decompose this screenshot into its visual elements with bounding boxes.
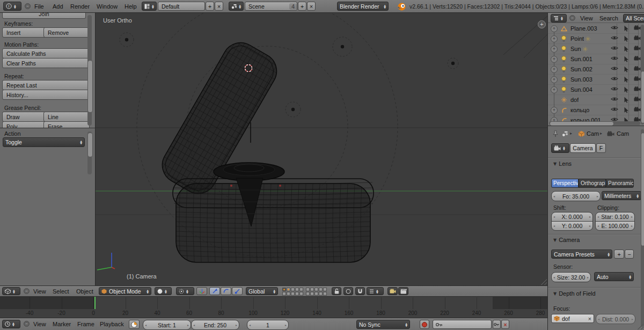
clip-start-field[interactable]: ◂Star: 0.100▸ <box>595 212 635 222</box>
selectability-cursor-icon[interactable] <box>622 107 631 113</box>
outliner-item-Sun.002[interactable]: +Sun.002 <box>548 64 640 75</box>
selectability-cursor-icon[interactable] <box>622 56 631 62</box>
menu-add[interactable]: Add <box>53 2 63 11</box>
collapse-menus-icon[interactable]: − <box>25 3 31 9</box>
render-engine-dropdown[interactable]: Blender Render▲▼ <box>337 2 389 11</box>
breadcrumb-object-cube-icon[interactable] <box>578 130 585 137</box>
editor-type-3dview-dropdown[interactable]: ▲▼ <box>2 287 20 295</box>
layer-cell[interactable] <box>314 292 318 296</box>
layer-cell[interactable] <box>295 292 299 296</box>
lock-to-scene-button[interactable] <box>332 287 341 295</box>
visibility-eye-icon[interactable] <box>610 25 619 30</box>
use-preview-range-button[interactable] <box>129 320 140 329</box>
lens-unit-dropdown[interactable]: Millimeters▲▼ <box>602 191 641 200</box>
camera-datablock-browse-dropdown[interactable]: ▲▼ <box>551 143 569 153</box>
delete-keyframe-button[interactable]: × <box>501 320 509 329</box>
camera-presets-dropdown[interactable]: Camera Presets▲▼ <box>551 250 612 259</box>
fake-user-button[interactable]: F <box>596 143 606 153</box>
menu-help[interactable]: Help <box>125 2 137 11</box>
selectability-cursor-icon[interactable] <box>622 86 631 93</box>
dof-panel-header[interactable]: ▼ Depth of Field <box>553 290 596 297</box>
viewport-shading-dropdown[interactable]: ▲▼ <box>155 287 172 295</box>
properties-vscrollbar[interactable] <box>641 129 644 327</box>
tl-menu-marker[interactable]: Marker <box>53 320 71 328</box>
shift-x-field[interactable]: ◂X: 0.000▸ <box>551 212 593 222</box>
focal-length-field[interactable]: ◂Fo: 35.000▸ <box>551 191 601 201</box>
lens-panel-header[interactable]: ▼ Lens <box>553 160 572 167</box>
selectability-cursor-icon[interactable] <box>622 76 631 83</box>
menu-window[interactable]: Window <box>97 2 118 11</box>
v3d-menu-select[interactable]: Select <box>53 287 69 296</box>
selectability-cursor-icon[interactable] <box>622 46 631 52</box>
scene-icon-dropdown[interactable]: ▲▼ <box>229 2 244 11</box>
renderability-camera-icon[interactable] <box>633 66 641 71</box>
proportional-edit-button[interactable] <box>343 287 353 295</box>
outliner-menu-view[interactable]: View <box>580 14 593 23</box>
layers-group-2[interactable] <box>306 288 327 296</box>
selectability-cursor-icon[interactable] <box>622 97 631 103</box>
outliner-item-Sun[interactable]: +Sun <box>548 44 640 54</box>
tl-menu-frame[interactable]: Frame <box>77 320 94 328</box>
layer-cell[interactable] <box>282 288 286 291</box>
visibility-eye-icon[interactable] <box>610 86 619 91</box>
menu-file[interactable]: File <box>34 2 44 11</box>
auto-keyframe-record-button[interactable] <box>420 320 429 329</box>
outliner-vscrollbar[interactable] <box>641 25 644 124</box>
shift-y-field[interactable]: ◂Y: 0.000▸ <box>551 221 593 231</box>
outliner-filter-dropdown[interactable]: All Scenes <box>623 14 644 23</box>
camera-panel-header[interactable]: ▼ Camera <box>553 237 580 243</box>
tl-menu-playback[interactable]: Playback <box>100 320 124 328</box>
mode-dropdown[interactable]: Object Mode▲▼ <box>99 287 151 295</box>
expand-plus-icon[interactable]: + <box>551 46 558 53</box>
breadcrumb-camera-icon[interactable] <box>607 131 614 136</box>
layer-cell[interactable] <box>319 288 323 291</box>
visibility-eye-icon[interactable] <box>610 56 619 61</box>
layer-cell[interactable] <box>319 292 323 296</box>
manipulator-toggle-button[interactable] <box>196 287 207 295</box>
remove-preset-button[interactable]: − <box>625 250 634 259</box>
lens-tab-orthographic[interactable]: Orthographic <box>579 179 606 188</box>
action-toggle-dropdown[interactable]: Toggle▲▼ <box>3 137 85 147</box>
history-button[interactable]: History... <box>2 90 90 100</box>
tool-shelf-scrollbar[interactable] <box>87 15 92 126</box>
frame-end-field[interactable]: ◂End: 250▸ <box>191 320 239 330</box>
current-frame-playhead[interactable] <box>94 297 96 309</box>
add-layout-button[interactable]: + <box>206 2 214 11</box>
outliner-item-Plane.003[interactable]: +Plane.003 <box>548 24 640 34</box>
renderability-camera-icon[interactable] <box>633 107 641 112</box>
lens-tab-panoramic[interactable]: Panoramic <box>606 179 634 188</box>
expand-plus-icon[interactable]: + <box>551 35 558 42</box>
dof-distance-field[interactable]: ◂Dist: 0.000▸ <box>596 314 635 324</box>
scene-users-count[interactable]: 4 <box>289 3 297 10</box>
snap-element-dropdown[interactable]: ▲▼ <box>367 287 384 295</box>
outliner-item-Sun.004[interactable]: +Sun.004 <box>548 85 640 95</box>
renderability-camera-icon[interactable] <box>633 25 641 30</box>
visibility-eye-icon[interactable] <box>610 97 619 101</box>
layer-cell[interactable] <box>299 288 303 291</box>
renderability-camera-icon[interactable] <box>633 86 641 91</box>
operator-panel-scrollbar[interactable] <box>87 131 92 174</box>
v3d-menu-object[interactable]: Object <box>76 287 93 296</box>
tl-menu-view[interactable]: View <box>33 320 46 328</box>
sync-dropdown[interactable]: No Sync▲▼ <box>356 320 410 329</box>
layer-cell[interactable] <box>310 288 314 291</box>
selectability-cursor-icon[interactable] <box>622 25 631 32</box>
editor-type-info-dropdown[interactable]: i ▲▼ <box>3 2 21 11</box>
renderability-camera-icon[interactable] <box>633 97 641 101</box>
layer-cell[interactable] <box>314 288 318 291</box>
layer-cell[interactable] <box>323 288 327 291</box>
screen-layout-icon-dropdown[interactable]: ▲▼ <box>142 2 157 11</box>
renderability-camera-icon[interactable] <box>633 35 641 40</box>
outliner-item-dof[interactable]: +dof <box>548 95 640 105</box>
render-still-button[interactable] <box>387 287 398 295</box>
visibility-eye-icon[interactable] <box>610 66 619 71</box>
current-frame-field[interactable]: ◂1▸ <box>247 320 289 330</box>
sensor-fit-dropdown[interactable]: Auto▲▼ <box>594 272 634 281</box>
grease-draw-button[interactable]: Draw <box>2 112 48 122</box>
outliner-menu-search[interactable]: Search <box>599 14 618 23</box>
v3d-menu-view[interactable]: View <box>33 287 46 296</box>
add-scene-button[interactable]: + <box>298 2 306 11</box>
grease-erase-button[interactable]: Erase <box>43 121 90 128</box>
insert-keyframe-button[interactable]: Insert <box>2 27 48 38</box>
visibility-eye-icon[interactable] <box>610 76 619 81</box>
